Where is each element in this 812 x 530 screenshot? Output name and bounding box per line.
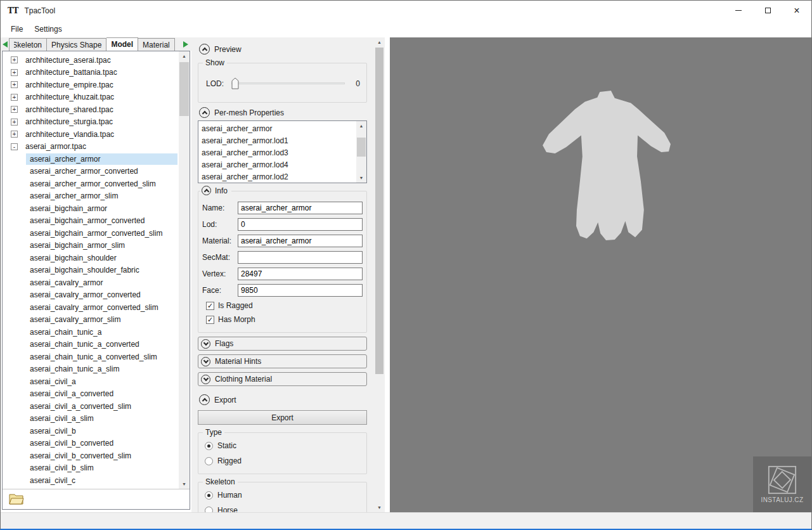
mesh-list-scrollbar[interactable]: ▲ ▼: [356, 121, 366, 183]
chevron-down-icon[interactable]: [201, 339, 210, 349]
checkbox-checked-icon[interactable]: ✓: [206, 302, 214, 310]
tab-skeleton[interactable]: Skeleton: [9, 38, 47, 51]
maximize-button[interactable]: [753, 1, 782, 20]
radio-unselected-icon[interactable]: [205, 507, 213, 513]
expand-expander-icon[interactable]: +: [11, 56, 18, 63]
info-input-vertex[interactable]: [238, 268, 363, 280]
tree-item[interactable]: aserai_civil_b_converted_slim: [3, 449, 177, 462]
scroll-down-icon[interactable]: ▼: [179, 479, 190, 489]
preview-canvas[interactable]: INSTALUJ.CZ: [390, 37, 811, 512]
tab-material[interactable]: Material: [138, 38, 175, 51]
tree-item[interactable]: aserai_cavalry_armor_converted_slim: [3, 301, 177, 314]
scroll-down-icon[interactable]: ▼: [375, 503, 384, 512]
expand-expander-icon[interactable]: +: [11, 81, 18, 88]
mesh-list-item[interactable]: aserai_archer_armor.lod1: [200, 134, 355, 146]
export-button[interactable]: Export: [198, 410, 367, 425]
radio-selected-icon[interactable]: [205, 491, 213, 500]
tree-item[interactable]: aserai_bigchain_armor_converted: [3, 215, 177, 228]
info-input-secmat[interactable]: [238, 251, 363, 264]
properties-scrollbar[interactable]: ▲ ▼: [375, 37, 384, 512]
radio-option[interactable]: Rigged: [205, 456, 361, 466]
section-clothing-material-header[interactable]: Clothing Material: [198, 372, 367, 386]
tree-item[interactable]: +archhitecture_shared.tpac: [3, 103, 177, 116]
radio-selected-icon[interactable]: [205, 442, 213, 450]
info-section-header[interactable]: Info: [200, 186, 231, 195]
collapse-expander-icon[interactable]: -: [11, 143, 18, 150]
tree-item[interactable]: aserai_archer_armor: [3, 153, 177, 165]
checkbox-checked-icon[interactable]: ✓: [206, 316, 214, 324]
tree-item[interactable]: aserai_bigchain_shoulder: [3, 252, 177, 264]
slider-thumb-icon[interactable]: [231, 77, 239, 89]
checkbox-row[interactable]: ✓Is Ragged: [206, 301, 363, 311]
lod-slider[interactable]: [231, 77, 345, 89]
info-input-material[interactable]: [238, 235, 363, 247]
tree-item[interactable]: aserai_bigchain_armor: [3, 202, 177, 215]
menu-settings[interactable]: Settings: [29, 22, 67, 36]
mesh-list-item[interactable]: aserai_archer_armor.lod3: [200, 146, 355, 158]
section-material-hints-header[interactable]: Material Hints: [198, 354, 367, 368]
tree-item[interactable]: aserai_chain_tunic_a: [3, 326, 177, 339]
scroll-up-icon[interactable]: ▲: [356, 121, 366, 131]
chevron-up-icon[interactable]: [199, 44, 210, 55]
mesh-list-scroll-thumb[interactable]: [357, 138, 366, 157]
expand-expander-icon[interactable]: +: [11, 94, 18, 101]
info-input-face[interactable]: [238, 284, 363, 297]
scroll-down-icon[interactable]: ▼: [356, 173, 366, 183]
tree-item[interactable]: +archhitecture_khuzait.tpac: [3, 91, 177, 104]
menu-file[interactable]: File: [5, 22, 29, 36]
tree-item[interactable]: aserai_chain_tunic_a_converted_slim: [3, 351, 177, 363]
info-input-name[interactable]: [238, 202, 363, 214]
radio-unselected-icon[interactable]: [205, 457, 213, 465]
tree-item[interactable]: aserai_archer_armor_slim: [3, 190, 177, 203]
tree-item[interactable]: aserai_civil_a_converted: [3, 388, 177, 401]
slider-track[interactable]: [231, 82, 345, 84]
tree-item[interactable]: aserai_cavalry_armor_slim: [3, 314, 177, 326]
tree-item[interactable]: +archhitecture_aserai.tpac: [3, 54, 177, 67]
tree-item[interactable]: aserai_civil_b: [3, 425, 177, 437]
info-input-lod[interactable]: [238, 218, 363, 231]
section-per-mesh-header[interactable]: Per-mesh Properties: [199, 107, 367, 119]
tree-scrollbar[interactable]: ▲ ▼: [179, 51, 190, 489]
tree-item[interactable]: aserai_bigchain_armor_slim: [3, 240, 177, 252]
mesh-list-item[interactable]: aserai_archer_armor: [200, 122, 355, 134]
tree-item[interactable]: +archhitecture_battania.tpac: [3, 67, 177, 79]
tree-item[interactable]: aserai_archer_armor_converted: [3, 165, 177, 178]
tree-item[interactable]: aserai_civil_a_slim: [3, 413, 177, 425]
chevron-up-icon[interactable]: [199, 107, 210, 118]
open-folder-button[interactable]: [8, 492, 25, 507]
tab-scroll-left-icon[interactable]: [3, 41, 8, 48]
radio-option[interactable]: Horse: [205, 505, 361, 512]
tab-scroll-right-icon[interactable]: [183, 41, 188, 48]
tree-item[interactable]: aserai_civil_a_converted_slim: [3, 400, 177, 413]
section-preview-header[interactable]: Preview: [199, 43, 367, 55]
radio-option[interactable]: Human: [205, 490, 361, 500]
scroll-up-icon[interactable]: ▲: [375, 37, 384, 47]
tree-item[interactable]: aserai_civil_b_converted: [3, 437, 177, 450]
mesh-list-item[interactable]: aserai_archer_armor.lod4: [200, 159, 355, 171]
expand-expander-icon[interactable]: +: [11, 119, 18, 126]
tab-physics-shape[interactable]: Physics Shape: [47, 38, 106, 51]
scroll-up-icon[interactable]: ▲: [179, 51, 190, 61]
chevron-down-icon[interactable]: [201, 375, 210, 384]
tree-item[interactable]: +archhitecture_empire.tpac: [3, 79, 177, 91]
tree-item[interactable]: aserai_civil_b_slim: [3, 462, 177, 475]
minimize-button[interactable]: [724, 1, 753, 20]
tree-item[interactable]: -aserai_armor.tpac: [3, 141, 177, 153]
tree-item[interactable]: aserai_bigchain_armor_converted_slim: [3, 227, 177, 240]
tree-scroll-thumb[interactable]: [179, 62, 189, 116]
tree-item[interactable]: aserai_cavalry_armor: [3, 276, 177, 289]
chevron-up-icon[interactable]: [202, 186, 211, 195]
expand-expander-icon[interactable]: +: [11, 106, 18, 113]
mesh-list-item[interactable]: aserai_archer_armor.lod2: [200, 171, 355, 183]
radio-option[interactable]: Static: [205, 441, 361, 451]
tab-model[interactable]: Model: [106, 37, 138, 51]
chevron-up-icon[interactable]: [199, 394, 210, 405]
tree-item[interactable]: aserai_civil_c_converted: [3, 487, 177, 489]
tree-item[interactable]: aserai_bigchain_shoulder_fabric: [3, 264, 177, 277]
tree-item[interactable]: +archhitecture_sturgia.tpac: [3, 116, 177, 129]
close-button[interactable]: ×: [782, 1, 811, 20]
tree-item[interactable]: aserai_cavalry_armor_converted: [3, 289, 177, 302]
tree-item[interactable]: aserai_chain_tunic_a_slim: [3, 363, 177, 376]
tree-item[interactable]: aserai_civil_c: [3, 474, 177, 487]
tree-item[interactable]: aserai_chain_tunic_a_converted: [3, 339, 177, 351]
